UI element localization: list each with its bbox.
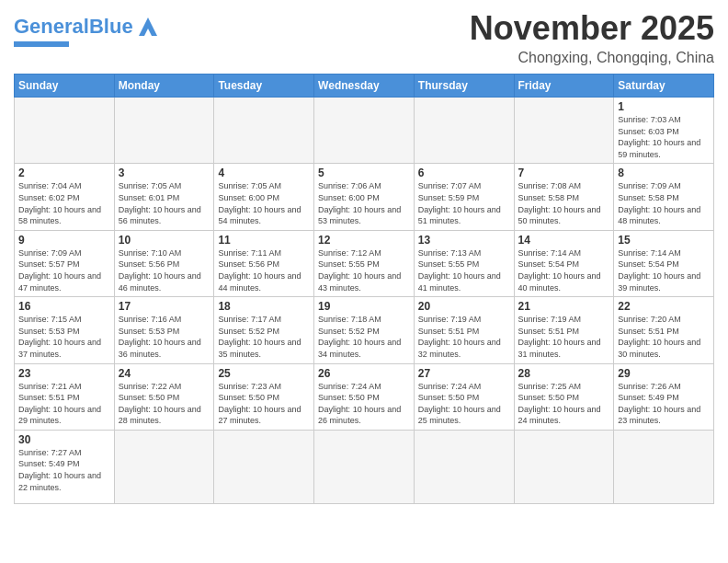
day-info: Sunrise: 7:09 AM Sunset: 5:58 PM Dayligh…: [618, 180, 710, 226]
day-info: Sunrise: 7:14 AM Sunset: 5:54 PM Dayligh…: [518, 247, 610, 293]
day-info: Sunrise: 7:18 AM Sunset: 5:52 PM Dayligh…: [318, 314, 410, 360]
day-info: Sunrise: 7:09 AM Sunset: 5:57 PM Dayligh…: [18, 247, 110, 293]
table-row: [114, 430, 214, 503]
title-block: November 2025 Chongxing, Chongqing, Chin…: [470, 9, 714, 66]
col-tuesday: Tuesday: [214, 75, 314, 98]
day-number: 7: [518, 167, 610, 179]
table-row: [214, 98, 314, 164]
day-info: Sunrise: 7:24 AM Sunset: 5:50 PM Dayligh…: [418, 381, 510, 427]
calendar-header-row: Sunday Monday Tuesday Wednesday Thursday…: [15, 75, 714, 98]
table-row: 15Sunrise: 7:14 AM Sunset: 5:54 PM Dayli…: [614, 230, 714, 296]
table-row: 9Sunrise: 7:09 AM Sunset: 5:57 PM Daylig…: [15, 230, 115, 296]
day-info: Sunrise: 7:17 AM Sunset: 5:52 PM Dayligh…: [218, 314, 310, 360]
table-row: 5Sunrise: 7:06 AM Sunset: 6:00 PM Daylig…: [314, 164, 415, 230]
day-info: Sunrise: 7:12 AM Sunset: 5:55 PM Dayligh…: [318, 247, 410, 293]
col-saturday: Saturday: [614, 75, 714, 98]
day-info: Sunrise: 7:07 AM Sunset: 5:59 PM Dayligh…: [418, 180, 510, 226]
day-info: Sunrise: 7:22 AM Sunset: 5:50 PM Dayligh…: [119, 381, 210, 427]
day-number: 2: [18, 167, 110, 179]
day-info: Sunrise: 7:21 AM Sunset: 5:51 PM Dayligh…: [18, 381, 110, 427]
day-number: 3: [119, 167, 210, 179]
day-number: 25: [218, 367, 310, 380]
day-number: 29: [618, 367, 710, 380]
table-row: 2Sunrise: 7:04 AM Sunset: 6:02 PM Daylig…: [15, 164, 115, 230]
day-info: Sunrise: 7:20 AM Sunset: 5:51 PM Dayligh…: [618, 314, 710, 360]
table-row: 18Sunrise: 7:17 AM Sunset: 5:52 PM Dayli…: [214, 297, 314, 363]
col-monday: Monday: [114, 75, 214, 98]
day-number: 27: [418, 367, 510, 380]
day-number: 26: [318, 367, 410, 380]
day-number: 23: [18, 367, 110, 380]
table-row: [414, 430, 514, 503]
day-info: Sunrise: 7:27 AM Sunset: 5:49 PM Dayligh…: [18, 447, 110, 493]
day-info: Sunrise: 7:03 AM Sunset: 6:03 PM Dayligh…: [618, 114, 710, 160]
col-sunday: Sunday: [15, 75, 115, 98]
day-number: 4: [218, 167, 310, 179]
day-info: Sunrise: 7:05 AM Sunset: 6:01 PM Dayligh…: [119, 180, 210, 226]
table-row: 25Sunrise: 7:23 AM Sunset: 5:50 PM Dayli…: [214, 363, 314, 430]
table-row: 7Sunrise: 7:08 AM Sunset: 5:58 PM Daylig…: [514, 164, 614, 230]
day-info: Sunrise: 7:14 AM Sunset: 5:54 PM Dayligh…: [618, 247, 710, 293]
table-row: [214, 430, 314, 503]
logo-bar: [14, 41, 69, 47]
table-row: [514, 98, 614, 164]
table-row: [314, 430, 415, 503]
day-number: 19: [318, 300, 410, 313]
header: GeneralBlue November 2025 Chongxing, Cho…: [14, 9, 714, 66]
day-number: 1: [618, 100, 710, 113]
day-number: 17: [119, 300, 210, 313]
table-row: 30Sunrise: 7:27 AM Sunset: 5:49 PM Dayli…: [15, 430, 115, 503]
day-info: Sunrise: 7:06 AM Sunset: 6:00 PM Dayligh…: [318, 180, 410, 226]
table-row: 29Sunrise: 7:26 AM Sunset: 5:49 PM Dayli…: [614, 363, 714, 430]
logo-text: GeneralBlue: [14, 17, 133, 37]
day-number: 12: [318, 234, 410, 247]
table-row: [15, 98, 115, 164]
day-info: Sunrise: 7:25 AM Sunset: 5:50 PM Dayligh…: [518, 381, 610, 427]
day-info: Sunrise: 7:15 AM Sunset: 5:53 PM Dayligh…: [18, 314, 110, 360]
day-info: Sunrise: 7:19 AM Sunset: 5:51 PM Dayligh…: [418, 314, 510, 360]
table-row: 23Sunrise: 7:21 AM Sunset: 5:51 PM Dayli…: [15, 363, 115, 430]
day-number: 18: [218, 300, 310, 313]
table-row: [614, 430, 714, 503]
table-row: 8Sunrise: 7:09 AM Sunset: 5:58 PM Daylig…: [614, 164, 714, 230]
day-info: Sunrise: 7:24 AM Sunset: 5:50 PM Dayligh…: [318, 381, 410, 427]
table-row: 21Sunrise: 7:19 AM Sunset: 5:51 PM Dayli…: [514, 297, 614, 363]
col-thursday: Thursday: [414, 75, 514, 98]
day-number: 21: [518, 300, 610, 313]
table-row: 1Sunrise: 7:03 AM Sunset: 6:03 PM Daylig…: [614, 98, 714, 164]
day-number: 28: [518, 367, 610, 380]
logo-general: General: [14, 15, 89, 38]
day-number: 20: [418, 300, 510, 313]
month-title: November 2025: [470, 9, 714, 48]
table-row: [114, 98, 214, 164]
day-info: Sunrise: 7:26 AM Sunset: 5:49 PM Dayligh…: [618, 381, 710, 427]
day-info: Sunrise: 7:11 AM Sunset: 5:56 PM Dayligh…: [218, 247, 310, 293]
table-row: 27Sunrise: 7:24 AM Sunset: 5:50 PM Dayli…: [414, 363, 514, 430]
table-row: 20Sunrise: 7:19 AM Sunset: 5:51 PM Dayli…: [414, 297, 514, 363]
day-info: Sunrise: 7:16 AM Sunset: 5:53 PM Dayligh…: [119, 314, 210, 360]
day-number: 13: [418, 234, 510, 247]
day-info: Sunrise: 7:08 AM Sunset: 5:58 PM Dayligh…: [518, 180, 610, 226]
logo: GeneralBlue: [14, 9, 161, 47]
day-info: Sunrise: 7:05 AM Sunset: 6:00 PM Dayligh…: [218, 180, 310, 226]
table-row: 17Sunrise: 7:16 AM Sunset: 5:53 PM Dayli…: [114, 297, 214, 363]
day-number: 24: [119, 367, 210, 380]
table-row: 11Sunrise: 7:11 AM Sunset: 5:56 PM Dayli…: [214, 230, 314, 296]
table-row: 13Sunrise: 7:13 AM Sunset: 5:55 PM Dayli…: [414, 230, 514, 296]
day-info: Sunrise: 7:19 AM Sunset: 5:51 PM Dayligh…: [518, 314, 610, 360]
day-number: 30: [18, 433, 110, 446]
calendar-page: GeneralBlue November 2025 Chongxing, Cho…: [0, 0, 728, 563]
table-row: 14Sunrise: 7:14 AM Sunset: 5:54 PM Dayli…: [514, 230, 614, 296]
day-number: 5: [318, 167, 410, 179]
day-number: 10: [119, 234, 210, 247]
day-number: 8: [618, 167, 710, 179]
table-row: 22Sunrise: 7:20 AM Sunset: 5:51 PM Dayli…: [614, 297, 714, 363]
table-row: 28Sunrise: 7:25 AM Sunset: 5:50 PM Dayli…: [514, 363, 614, 430]
day-info: Sunrise: 7:13 AM Sunset: 5:55 PM Dayligh…: [418, 247, 510, 293]
day-info: Sunrise: 7:10 AM Sunset: 5:56 PM Dayligh…: [119, 247, 210, 293]
table-row: 10Sunrise: 7:10 AM Sunset: 5:56 PM Dayli…: [114, 230, 214, 296]
day-number: 15: [618, 234, 710, 247]
day-info: Sunrise: 7:04 AM Sunset: 6:02 PM Dayligh…: [18, 180, 110, 226]
day-number: 16: [18, 300, 110, 313]
day-number: 6: [418, 167, 510, 179]
